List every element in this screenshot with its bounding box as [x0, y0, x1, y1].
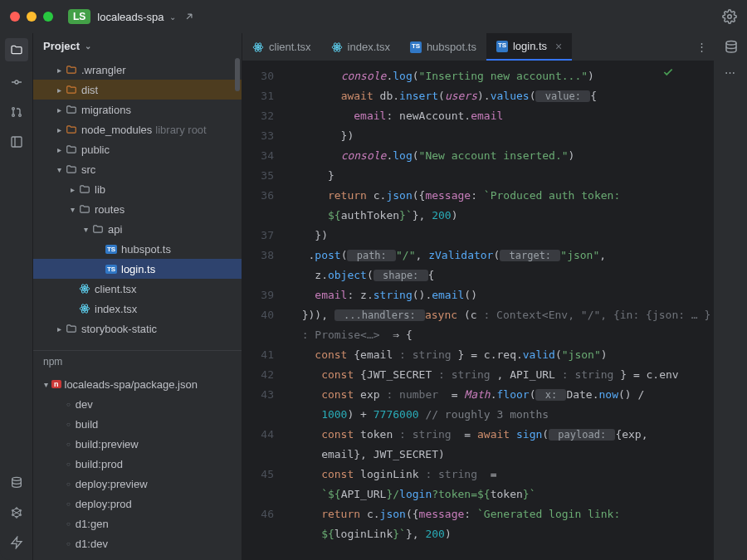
- svg-point-0: [728, 15, 732, 19]
- code-line[interactable]: const {email : string } = c.req.valid("j…: [289, 345, 714, 365]
- tree-item-label: migrations: [81, 104, 131, 116]
- npm-icon: n: [51, 380, 61, 388]
- code-line[interactable]: 1000) + 7776000 // roughly 3 months: [289, 405, 714, 425]
- close-window-icon[interactable]: [10, 12, 20, 22]
- npm-root[interactable]: ▾nlocaleads-spa/package.json: [33, 374, 242, 394]
- tree-item[interactable]: client.tsx: [33, 279, 242, 299]
- code-line[interactable]: .post( path: "/", zValidator( target: "j…: [289, 246, 714, 265]
- code-line[interactable]: console.log("New account inserted."): [289, 146, 714, 166]
- code-line[interactable]: })), ...handlers: async (c : Context<Env…: [289, 305, 714, 325]
- graphql-tool-icon[interactable]: [7, 504, 26, 522]
- npm-script[interactable]: ○d1:dev: [33, 533, 242, 553]
- chevron-icon: ▾: [40, 380, 51, 389]
- structure-tool-icon[interactable]: [7, 133, 26, 151]
- file-tree[interactable]: ▸.wrangler▸dist▸migrations▸node_modulesl…: [33, 58, 242, 347]
- code-line[interactable]: }: [289, 166, 714, 186]
- code-line[interactable]: z.object( shape: {: [289, 265, 714, 285]
- more-panel-icon[interactable]: ⋯: [725, 66, 737, 79]
- code-line[interactable]: email}, JWT_SECRET): [289, 445, 714, 465]
- project-tool-icon[interactable]: [5, 38, 28, 61]
- services-tool-icon[interactable]: [7, 533, 26, 552]
- chevron-icon: ▸: [53, 105, 65, 114]
- file-icon: [78, 183, 91, 195]
- file-icon: [65, 163, 78, 175]
- file-icon: [78, 303, 91, 314]
- tree-item[interactable]: TSlogin.ts: [33, 259, 242, 279]
- minimize-window-icon[interactable]: [27, 12, 37, 22]
- chevron-down-icon: ⌄: [169, 12, 176, 22]
- tree-item[interactable]: ▾routes: [33, 199, 242, 219]
- titlebar: LS localeads-spa ⌄: [0, 0, 747, 33]
- tree-item[interactable]: ▸migrations: [33, 100, 242, 119]
- tree-item[interactable]: ▸dist: [33, 80, 242, 100]
- database-panel-icon[interactable]: [724, 40, 739, 55]
- editor-tab[interactable]: TSlogin.ts×: [486, 33, 572, 61]
- code-line[interactable]: email: z.string().email(): [289, 285, 714, 305]
- ts-file-icon: TS: [410, 41, 422, 53]
- code-line[interactable]: ${authToken}`}, 200): [289, 206, 714, 226]
- code-line[interactable]: : Promise<…> ⇒ {: [289, 325, 714, 345]
- npm-script[interactable]: ○deploy:prod: [33, 494, 242, 514]
- project-name: localeads-spa: [97, 11, 164, 23]
- line-number: 35: [242, 166, 274, 186]
- file-icon: [65, 323, 78, 334]
- editor-tab[interactable]: client.tsx: [242, 33, 321, 61]
- code-editor[interactable]: 30313233343536 3738 3940 414243 ●44 45 4…: [242, 61, 714, 560]
- code-line[interactable]: const exp : number = Math.floor( x: Date…: [289, 385, 714, 405]
- database-tool-icon[interactable]: [7, 474, 26, 492]
- code-content[interactable]: console.log("Inserting new account...") …: [282, 61, 714, 560]
- project-selector[interactable]: localeads-spa ⌄: [97, 11, 175, 23]
- code-line[interactable]: }): [289, 126, 714, 146]
- sidebar-title: Project: [43, 40, 80, 52]
- npm-script[interactable]: ○deploy:preview: [33, 474, 242, 494]
- code-line[interactable]: return c.json({message: `Generated login…: [289, 504, 714, 524]
- tree-item[interactable]: ▸node_moduleslibrary root: [33, 119, 242, 139]
- open-external-icon[interactable]: [183, 10, 196, 23]
- tabs-more-icon[interactable]: ⋮: [689, 33, 714, 61]
- code-line[interactable]: return c.json({message: `Produced auth t…: [289, 186, 714, 206]
- npm-section-header: npm: [33, 350, 242, 373]
- npm-script[interactable]: ○build:prod: [33, 454, 242, 474]
- tree-item[interactable]: ▾src: [33, 159, 242, 179]
- code-line[interactable]: ${loginLink}`}, 200): [289, 524, 714, 544]
- line-number: [242, 524, 274, 544]
- file-icon: [78, 283, 91, 295]
- settings-icon[interactable]: [722, 9, 737, 24]
- npm-script[interactable]: ○dev: [33, 394, 242, 414]
- code-line[interactable]: console.log("Inserting new account..."): [289, 66, 714, 86]
- line-number: 40: [242, 305, 274, 325]
- code-line[interactable]: const token : string = await sign( paylo…: [289, 425, 714, 445]
- code-line[interactable]: }): [289, 226, 714, 246]
- tree-item[interactable]: ▸storybook-static: [33, 319, 242, 338]
- file-icon: [65, 124, 78, 135]
- line-number: 30: [242, 66, 274, 86]
- tree-item[interactable]: TShubspot.ts: [33, 239, 242, 259]
- npm-script[interactable]: ○build: [33, 414, 242, 434]
- sidebar-header[interactable]: Project ⌄: [33, 33, 242, 58]
- code-line[interactable]: `${API_URL}/login?token=${token}`: [289, 485, 714, 504]
- svg-point-4: [12, 108, 14, 110]
- editor-tab[interactable]: index.tsx: [321, 33, 400, 61]
- code-line[interactable]: const loginLink : string =: [289, 465, 714, 485]
- tree-item[interactable]: index.tsx: [33, 299, 242, 319]
- bullet-icon: ○: [66, 500, 71, 508]
- tool-window-bar-left: [0, 33, 33, 560]
- editor-tab[interactable]: TShubspot.ts: [400, 33, 486, 61]
- tree-item[interactable]: ▸lib: [33, 179, 242, 199]
- code-line[interactable]: email: newAccount.email: [289, 106, 714, 126]
- pull-requests-tool-icon[interactable]: [7, 103, 26, 121]
- close-tab-icon[interactable]: ×: [555, 40, 562, 53]
- npm-tree[interactable]: ▾nlocaleads-spa/package.json○dev○build○b…: [33, 373, 242, 560]
- npm-script[interactable]: ○build:preview: [33, 434, 242, 454]
- line-number: 38: [242, 246, 274, 265]
- scrollbar[interactable]: [235, 58, 240, 91]
- commit-tool-icon[interactable]: [7, 73, 26, 91]
- tree-item[interactable]: ▸public: [33, 139, 242, 159]
- tree-item[interactable]: ▾api: [33, 219, 242, 239]
- file-icon: [65, 64, 78, 75]
- maximize-window-icon[interactable]: [43, 12, 53, 22]
- code-line[interactable]: const {JWT_SECRET : string , API_URL : s…: [289, 365, 714, 385]
- tree-item[interactable]: ▸.wrangler: [33, 60, 242, 80]
- npm-script[interactable]: ○d1:gen: [33, 514, 242, 533]
- code-line[interactable]: await db.insert(users).values( value: {: [289, 86, 714, 106]
